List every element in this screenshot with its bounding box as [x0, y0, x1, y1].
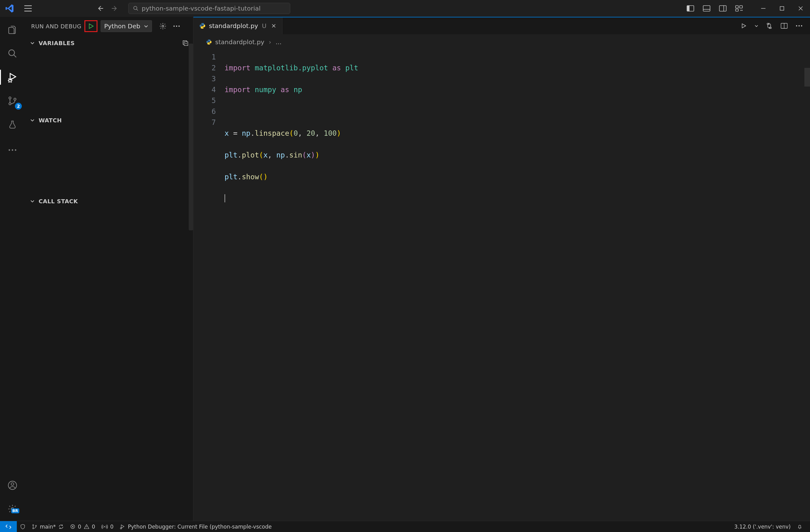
toggle-secondary-sidebar-button[interactable]: [716, 2, 729, 15]
chevron-down-icon: [144, 24, 148, 29]
svg-rect-7: [740, 5, 742, 8]
sync-icon: [58, 524, 64, 530]
editor-tab-bar: standardplot.py U: [193, 17, 810, 34]
callstack-section: CALL STACK: [25, 194, 193, 521]
breadcrumb-tail: ...: [276, 38, 281, 46]
svg-point-34: [801, 25, 802, 27]
additional-views-activity[interactable]: [5, 144, 20, 156]
svg-point-9: [740, 10, 741, 11]
python-file-icon: [206, 39, 212, 45]
svg-point-37: [35, 525, 36, 526]
status-notifications[interactable]: [794, 524, 806, 530]
callstack-label: CALL STACK: [38, 198, 78, 204]
run-file-dropdown[interactable]: [754, 21, 759, 31]
svg-point-15: [9, 103, 11, 105]
editor-more-button[interactable]: [794, 21, 804, 31]
debug-sidebar: RUN AND DEBUG Python Deb VARIABLES: [25, 17, 193, 521]
svg-point-39: [104, 526, 105, 527]
bell-icon: [797, 524, 803, 530]
collapse-all-icon[interactable]: [182, 39, 189, 46]
watch-section: WATCH: [25, 113, 193, 194]
explorer-activity[interactable]: [5, 24, 20, 36]
title-bar: python-sample-vscode-fastapi-tutorial: [0, 0, 810, 17]
svg-point-35: [33, 525, 34, 526]
compare-changes-button[interactable]: [764, 21, 774, 31]
minimap-slider[interactable]: [805, 68, 810, 86]
svg-point-23: [162, 25, 164, 27]
status-debug-target[interactable]: Python Debugger: Current File (python-sa…: [116, 523, 275, 530]
watch-section-header[interactable]: WATCH: [25, 113, 193, 128]
variables-label: VARIABLES: [38, 40, 75, 46]
toggle-primary-sidebar-button[interactable]: [684, 2, 697, 15]
tab-modified-marker: U: [262, 22, 266, 30]
svg-point-18: [12, 149, 13, 151]
code-editor[interactable]: 1 2 3 4 5 6 7 import matplotlib.pyplot a…: [193, 50, 810, 521]
start-debugging-highlight: [84, 20, 97, 32]
window-close-button[interactable]: [793, 2, 809, 15]
svg-point-10: [742, 10, 742, 11]
search-activity[interactable]: [5, 47, 20, 60]
command-center[interactable]: python-sample-vscode-fastapi-tutorial: [128, 3, 290, 14]
testing-activity[interactable]: [5, 118, 20, 131]
debug-panel-more-button[interactable]: [172, 21, 181, 31]
start-debugging-button[interactable]: [86, 21, 96, 31]
shield-icon: [20, 524, 26, 530]
git-branch-icon: [32, 524, 37, 530]
callstack-section-header[interactable]: CALL STACK: [25, 194, 193, 209]
debug-config-selected: Python Deb: [104, 22, 140, 30]
svg-point-0: [134, 6, 137, 10]
search-icon: [133, 5, 139, 11]
status-trust[interactable]: [17, 524, 29, 530]
svg-point-25: [176, 26, 177, 27]
sidebar-scrollbar[interactable]: [189, 44, 193, 230]
tab-close-button[interactable]: [271, 23, 277, 29]
run-debug-activity[interactable]: [5, 71, 20, 83]
python-file-icon: [199, 22, 206, 29]
nav-history: [94, 2, 121, 15]
watch-label: WATCH: [38, 117, 62, 123]
cursor: [225, 194, 225, 202]
debug-alt-icon: [119, 524, 125, 530]
tab-file-name: standardplot.py: [209, 22, 258, 30]
app-menu-button[interactable]: [20, 5, 35, 12]
svg-point-16: [14, 98, 16, 100]
source-control-activity[interactable]: 2: [5, 95, 20, 107]
run-file-button[interactable]: [739, 21, 748, 31]
open-launch-json-button[interactable]: [158, 21, 167, 31]
svg-rect-2: [687, 5, 690, 11]
window-minimize-button[interactable]: [755, 2, 772, 15]
remote-indicator[interactable]: [0, 521, 17, 532]
chevron-right-icon: ›: [269, 38, 271, 46]
svg-point-26: [178, 26, 180, 27]
debug-panel-title: RUN AND DEBUG: [31, 23, 81, 30]
svg-point-33: [798, 25, 800, 27]
breadcrumb[interactable]: standardplot.py › ...: [193, 34, 810, 50]
status-bar: main* 0 0 0 Python Debugger: Current Fil…: [0, 521, 810, 532]
customize-layout-button[interactable]: [733, 2, 745, 15]
accounts-activity[interactable]: [5, 479, 20, 492]
nav-forward-button[interactable]: [108, 2, 121, 15]
vscode-logo-icon: [1, 4, 18, 13]
toggle-panel-button[interactable]: [700, 2, 713, 15]
status-python-interpreter[interactable]: 3.12.0 ('.venv': venv): [731, 523, 794, 530]
warning-icon: [84, 524, 90, 529]
window-maximize-button[interactable]: [774, 2, 790, 15]
svg-point-32: [796, 25, 797, 27]
svg-point-21: [11, 483, 14, 486]
editor-tab[interactable]: standardplot.py U: [193, 17, 282, 34]
scm-badge: 2: [15, 103, 22, 110]
nav-back-button[interactable]: [94, 2, 107, 15]
svg-point-40: [120, 528, 122, 529]
svg-rect-8: [735, 9, 739, 11]
split-editor-button[interactable]: [779, 21, 789, 31]
status-problems[interactable]: 0 0: [67, 523, 98, 530]
status-branch[interactable]: main*: [29, 523, 67, 530]
chevron-down-icon: [29, 40, 35, 46]
svg-point-19: [15, 149, 16, 151]
manage-activity[interactable]: BR: [5, 503, 20, 515]
status-ports[interactable]: 0: [98, 523, 117, 530]
variables-section-header[interactable]: VARIABLES: [25, 35, 193, 50]
radio-tower-icon: [101, 524, 108, 529]
svg-rect-6: [735, 5, 739, 8]
debug-config-selector[interactable]: Python Deb: [101, 20, 152, 32]
